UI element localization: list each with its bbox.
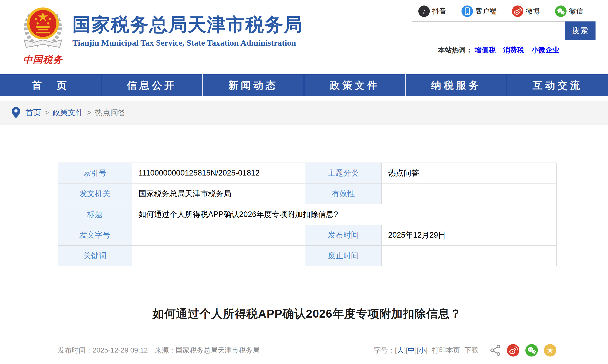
social-label: 抖音 [432,6,446,16]
page: 中国税务 国家税务总局天津市税务局 Tianjin Municipal Tax … [0,0,608,364]
breadcrumb-separator: > [87,108,91,117]
breadcrumb-current: 热点问答 [95,107,126,118]
nav-item-tax-services[interactable]: 纳税服务 [405,74,506,96]
publish-meta: 发布时间：2025-12-29 09:12来源：国家税务总局天津市税务局 [58,346,260,355]
source-value: 国家税务总局天津市税务局 [176,346,260,354]
share-wechat-icon[interactable] [525,344,538,357]
main-nav: 首 页 信息公开 新闻动态 政策文件 纳税服务 互动交流 [0,74,608,96]
location-pin-icon [11,107,20,119]
title-block: 国家税务总局天津市税务局 Tianjin Municipal Tax Servi… [72,14,303,48]
meta-label-keywords: 关键词 [58,246,132,266]
meta-label-index-number: 索引号 [58,163,132,183]
meta-value-validity [382,183,557,204]
weibo-icon [512,5,523,17]
document-meta-table: 索引号 11100000000125815N/2025-01812 主题分类 热… [58,163,556,266]
article-tools: 字号：[大][中][小] 打印本页 下载 [374,344,556,357]
hotwords-row: 本站热词： 增值税 消费税 小微企业 [412,45,597,55]
meta-value-repeal-date [382,246,557,266]
meta-value-publish-date: 2025年12月29日 [382,225,557,246]
meta-label-issuing-agency: 发文机关 [58,183,132,204]
publish-time-label: 发布时间： [58,346,93,354]
social-item-client[interactable]: 客户端 [461,5,496,17]
douyin-icon: ♪ [418,5,430,17]
fontsize-label: 字号： [374,346,395,354]
search-button[interactable]: 搜索 [565,21,596,40]
hotword-link-small-business[interactable]: 小微企业 [531,46,559,54]
meta-label-topic-category: 主题分类 [305,163,382,183]
hotwords-label: 本站热词： [438,46,473,54]
meta-label-validity: 有效性 [305,183,382,204]
fontsize-large-button[interactable]: 大 [397,346,404,354]
meta-value-title: 如何通过个人所得税APP确认2026年度专项附加扣除信息? [132,204,557,225]
header-right: ♪ 抖音 客户端 [412,5,597,55]
source-label: 来源： [155,346,176,354]
nav-item-news[interactable]: 新闻动态 [202,74,304,96]
social-label: 微信 [569,6,583,16]
search-input[interactable] [412,21,565,40]
share-weibo-icon[interactable] [507,344,519,357]
share-nodes-icon[interactable] [490,344,501,356]
content: 索引号 11100000000125815N/2025-01812 主题分类 热… [58,163,556,364]
social-label: 客户端 [475,6,496,16]
breadcrumb-home[interactable]: 首页 [25,107,41,118]
search-bar: 搜索 [412,21,597,40]
meta-value-issuing-agency: 国家税务总局天津市税务局 [132,183,305,204]
publish-time-value: 2025-12-29 09:12 [93,346,148,354]
fontsize-group: 字号：[大][中][小] [374,346,428,355]
hotword-link-vat[interactable]: 增值税 [475,46,496,54]
breadcrumb-policy-documents[interactable]: 政策文件 [52,107,83,118]
meta-label-publish-date: 发布时间 [305,225,382,246]
site-title: 国家税务总局天津市税务局 [72,14,303,35]
logo-caption: 中国税务 [18,53,68,66]
share-icons: ★ [490,344,556,357]
article-meta-row: 发布时间：2025-12-29 09:12来源：国家税务总局天津市税务局 字号：… [58,344,556,357]
nav-item-policy-documents[interactable]: 政策文件 [304,74,405,96]
article-title: 如何通过个人所得税APP确认2026年度专项附加扣除信息？ [58,306,556,322]
wechat-icon [555,5,567,17]
social-item-douyin[interactable]: ♪ 抖音 [418,5,446,17]
site-header: 中国税务 国家税务总局天津市税务局 Tianjin Municipal Tax … [0,0,608,74]
breadcrumb-separator: > [44,108,49,117]
nav-item-info-disclosure[interactable]: 信息公开 [101,74,202,96]
meta-label-document-number: 发文字号 [58,225,132,246]
nav-item-interaction[interactable]: 互动交流 [507,74,608,96]
share-qzone-star-icon[interactable]: ★ [544,344,556,357]
nav-item-home[interactable]: 首 页 [0,74,101,96]
site-subtitle: Tianjin Municipal Tax Service, State Tax… [72,38,303,48]
site-logo[interactable]: 中国税务 [18,3,68,66]
social-row: ♪ 抖音 客户端 [418,5,583,17]
meta-value-keywords [132,246,305,266]
print-page-button[interactable]: 打印本页 [432,346,460,355]
tax-emblem-icon [21,48,65,53]
meta-label-repeal-date: 废止时间 [305,246,382,266]
app-client-icon [461,5,473,17]
fontsize-small-button[interactable]: 小 [419,346,426,354]
fontsize-medium-button[interactable]: 中 [408,346,415,354]
social-item-wechat[interactable]: 微信 [555,5,583,17]
hotword-link-consumption-tax[interactable]: 消费税 [503,46,524,54]
meta-label-title: 标题 [58,204,132,225]
breadcrumb: 首页 > 政策文件 > 热点问答 [0,101,608,125]
meta-value-document-number [132,225,305,246]
social-label: 微博 [526,6,540,16]
download-button[interactable]: 下载 [464,346,478,355]
meta-value-index-number: 11100000000125815N/2025-01812 [132,163,305,183]
meta-value-topic-category: 热点问答 [382,163,557,183]
social-item-weibo[interactable]: 微博 [512,5,540,17]
